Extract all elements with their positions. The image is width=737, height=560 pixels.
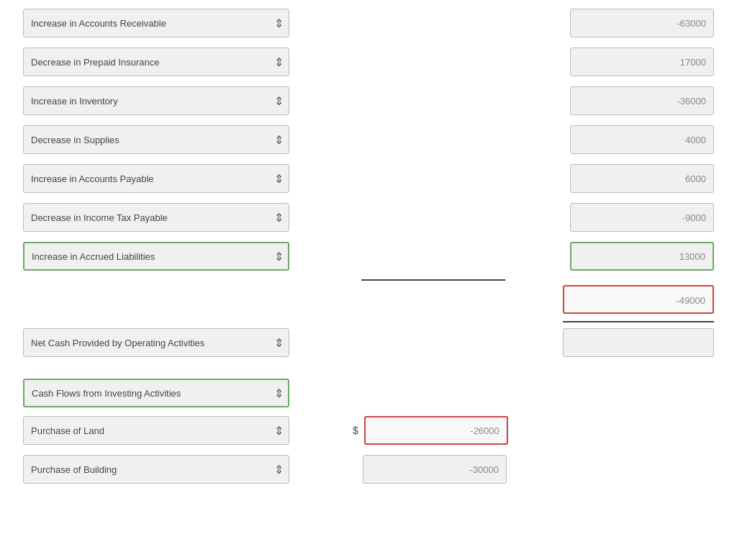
dropdown-inventory[interactable]: Increase in Inventory ⇕ <box>23 86 289 115</box>
value-inventory[interactable] <box>570 86 714 115</box>
operating-row-accounts-payable: Increase in Accounts Payable ⇕ <box>23 163 714 194</box>
dropdown-purchase-building[interactable]: Purchase of Building ⇕ <box>23 455 289 484</box>
select-purchase-building[interactable]: Purchase of Building <box>23 455 289 484</box>
select-inventory[interactable]: Increase in Inventory <box>23 86 289 115</box>
investing-rows: Purchase of Land ⇕ $ Purchase of Buildin… <box>23 415 714 485</box>
operating-row-prepaid-insurance: Decrease in Prepaid Insurance ⇕ <box>23 46 714 78</box>
subtotal-value[interactable]: -49000 <box>563 285 714 314</box>
investing-select[interactable]: Cash Flows from Investing Activities <box>23 379 289 407</box>
dropdown-supplies[interactable]: Decrease in Supplies ⇕ <box>23 125 289 154</box>
dropdown-income-tax-payable[interactable]: Decrease in Income Tax Payable ⇕ <box>23 203 289 232</box>
dropdown-accrued-liabilities[interactable]: Increase in Accrued Liabilities ⇕ <box>23 242 289 271</box>
operating-row-inventory: Increase in Inventory ⇕ <box>23 85 714 117</box>
value-income-tax-payable[interactable] <box>570 203 714 232</box>
section-gap-1 <box>23 364 714 379</box>
value-supplies[interactable] <box>570 125 714 154</box>
operating-row-accrued-liabilities: Increase in Accrued Liabilities ⇕ <box>23 240 714 272</box>
operating-row-supplies: Decrease in Supplies ⇕ <box>23 124 714 155</box>
select-purchase-land[interactable]: Purchase of Land <box>23 416 289 445</box>
value-purchase-land[interactable] <box>364 416 508 445</box>
dropdown-accounts-payable[interactable]: Increase in Accounts Payable ⇕ <box>23 164 289 193</box>
value-purchase-building[interactable] <box>363 455 507 484</box>
dropdown-prepaid-insurance[interactable]: Decrease in Prepaid Insurance ⇕ <box>23 48 289 76</box>
operating-row-accounts-receivable: Increase in Accounts Receivable ⇕ <box>23 7 714 39</box>
net-cash-row: Net Cash Provided by Operating Activitie… <box>23 328 714 357</box>
select-income-tax-payable[interactable]: Decrease in Income Tax Payable <box>23 203 289 232</box>
investing-row-purchase-land: Purchase of Land ⇕ $ <box>23 415 714 446</box>
select-accounts-payable[interactable]: Increase in Accounts Payable <box>23 164 289 193</box>
value-accounts-receivable[interactable] <box>570 9 714 37</box>
investing-header-row: Cash Flows from Investing Activities ⇕ <box>23 379 714 407</box>
dollar-sign: $ <box>353 425 358 436</box>
select-accounts-receivable[interactable]: Increase in Accounts Receivable <box>23 9 289 37</box>
operating-row-income-tax-payable: Decrease in Income Tax Payable ⇕ <box>23 202 714 233</box>
page-container: Increase in Accounts Receivable ⇕ Decrea… <box>23 7 714 485</box>
dropdown-accounts-receivable[interactable]: Increase in Accounts Receivable ⇕ <box>23 9 289 37</box>
net-cash-select[interactable]: Net Cash Provided by Operating Activitie… <box>23 328 289 357</box>
subtotal-row: -49000 <box>23 285 714 314</box>
select-supplies[interactable]: Decrease in Supplies <box>23 125 289 154</box>
select-prepaid-insurance[interactable]: Decrease in Prepaid Insurance <box>23 48 289 76</box>
value-accrued-liabilities[interactable] <box>570 242 714 271</box>
value-prepaid-insurance[interactable] <box>570 48 714 76</box>
dropdown-purchase-land[interactable]: Purchase of Land ⇕ <box>23 416 289 445</box>
net-cash-dropdown-wrapper[interactable]: Net Cash Provided by Operating Activitie… <box>23 328 289 357</box>
investing-dropdown-wrapper[interactable]: Cash Flows from Investing Activities ⇕ <box>23 379 289 407</box>
operating-rows: Increase in Accounts Receivable ⇕ Decrea… <box>23 7 714 272</box>
net-cash-value[interactable]: 194000 <box>563 328 714 357</box>
select-accrued-liabilities[interactable]: Increase in Accrued Liabilities <box>23 242 289 271</box>
value-accounts-payable[interactable] <box>570 164 714 193</box>
investing-row-purchase-building: Purchase of Building ⇕ <box>23 453 714 485</box>
